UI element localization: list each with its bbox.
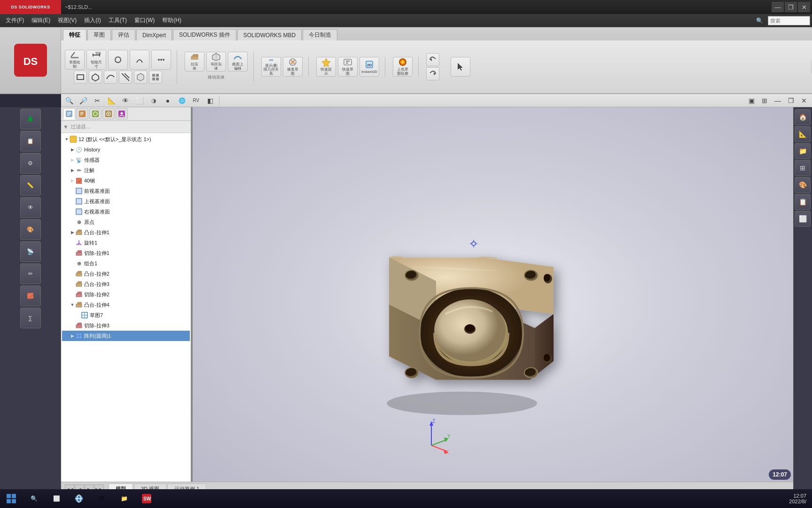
tab-evaluate[interactable]: 评估 — [112, 29, 135, 40]
rp-icon-model-view[interactable]: 📐 — [795, 126, 811, 142]
btn-section-view[interactable]: ✂ — [91, 95, 103, 106]
btn-view-cube[interactable]: ⬜ — [133, 95, 146, 106]
lp-icon-display-states[interactable]: 👁 — [20, 197, 41, 218]
tree-item-array1[interactable]: ▶ 阵列(圆周)1 — [62, 331, 190, 341]
viewport-3d[interactable]: Z X Y — [192, 107, 793, 494]
annotation-expand-arrow[interactable]: ▶ — [70, 167, 75, 173]
btn-display-relations[interactable]: 显示/删除几何关系 — [261, 57, 281, 77]
taskbar-ie[interactable] — [68, 489, 90, 508]
btn-select[interactable] — [451, 57, 470, 77]
lp-icon-property[interactable]: 📋 — [20, 131, 41, 151]
taskbar-folder[interactable]: 📁 — [113, 489, 135, 508]
btn-viewport-close[interactable]: ✕ — [798, 95, 810, 106]
btn-undo[interactable] — [426, 53, 439, 66]
btn-polygon[interactable] — [89, 71, 102, 84]
btn-zoom-area[interactable]: 🔎 — [77, 95, 89, 106]
btn-rectangle[interactable] — [74, 71, 87, 84]
btn-instant2d[interactable]: 2D Instant2D — [359, 57, 379, 77]
btn-extrude-boss[interactable]: 拉实体 — [185, 52, 204, 71]
tree-item-history[interactable]: ▶ 🕐 History — [62, 144, 190, 155]
rp-icon-notes[interactable]: 📋 — [795, 194, 811, 210]
btn-display-pane[interactable]: ◧ — [204, 95, 216, 106]
btn-color-scheme[interactable]: 上色草图轮廓 — [393, 57, 413, 77]
btn-view-orient[interactable]: 👁 — [119, 95, 132, 106]
btn-circle[interactable] — [108, 50, 128, 70]
menu-view[interactable]: 视图(V) — [54, 14, 80, 27]
tree-item-boss3[interactable]: ▶ 凸台-拉伸3 — [62, 279, 190, 289]
tab-sw-addins[interactable]: SOLIDWORKS 插件 — [173, 29, 236, 40]
menu-file[interactable]: 文件(F) — [2, 14, 28, 27]
btn-iso-view[interactable]: 等距实体 — [206, 52, 226, 71]
lp-icon-dim[interactable]: 📏 — [20, 175, 41, 196]
btn-sketch-more[interactable] — [149, 71, 162, 84]
btn-hex[interactable] — [134, 71, 147, 84]
btn-sketch-draw[interactable]: 草图绘制 — [65, 50, 85, 70]
lp-icon-model-tree[interactable]: 🌲 — [20, 109, 41, 129]
lp-icon-materials[interactable]: 🧱 — [20, 286, 41, 306]
rp-icon-home[interactable]: 🏠 — [795, 109, 811, 125]
history-expand-arrow[interactable]: ▶ — [70, 147, 75, 152]
rp-icon-display[interactable]: ⬜ — [795, 211, 811, 227]
tab-sketch[interactable]: 草图 — [87, 29, 111, 40]
restore-button[interactable]: ❐ — [785, 2, 797, 12]
btn-repair[interactable]: 修复草图 — [283, 57, 303, 77]
lp-icon-annotations[interactable]: ✏ — [20, 263, 41, 284]
tab-sw-mbd[interactable]: SOLIDWORKS MBD — [237, 29, 302, 40]
btn-fast-access[interactable]: 快速提示 — [316, 57, 336, 77]
boss4-expand-arrow[interactable]: ▼ — [70, 302, 75, 308]
btn-view-hidden[interactable]: ◑ — [148, 95, 160, 106]
btn-trim[interactable] — [119, 71, 132, 84]
tree-item-annotation[interactable]: ▶ ✏ 注解 — [62, 165, 190, 175]
tree-item-boss2[interactable]: ▶ 凸台-拉伸2 — [62, 269, 190, 279]
taskbar-antivirus[interactable]: 🛡 — [90, 489, 113, 508]
btn-viewport-maximize[interactable]: ❐ — [785, 95, 797, 106]
minimize-button[interactable]: — — [772, 2, 784, 12]
lp-icon-sensors[interactable]: 📡 — [20, 241, 41, 262]
btn-realview[interactable]: RV — [190, 95, 202, 106]
btn-smart-dim[interactable]: 智能 智能尺寸 — [86, 50, 106, 70]
tree-item-front-plane[interactable]: ▶ 前视基准面 — [62, 186, 190, 196]
panel-splitter[interactable] — [191, 107, 193, 482]
taskbar-taskview[interactable]: ⬜ — [45, 489, 68, 508]
btn-scene[interactable]: 🌐 — [176, 95, 188, 106]
rp-icon-file[interactable]: 📁 — [795, 143, 811, 159]
btn-render-mode[interactable]: ● — [162, 95, 174, 106]
tree-item-revolve1[interactable]: ▶ 旋转1 — [62, 238, 190, 248]
tree-item-origin[interactable]: ▶ ⊕ 原点 — [62, 217, 190, 227]
tree-item-boss1[interactable]: ▶ 凸台-拉伸1 — [62, 227, 190, 238]
tree-item-sketch7[interactable]: ▶ 草图7 — [62, 310, 190, 320]
taskbar-solidworks[interactable]: SW — [135, 489, 158, 508]
fp-tab-property[interactable]: P — [76, 108, 88, 119]
tree-item-material[interactable]: ▶ 🧱 40钢 — [62, 175, 190, 186]
btn-redo[interactable] — [426, 67, 439, 80]
btn-viewport-minimize[interactable]: — — [772, 95, 784, 106]
fp-tab-feature-tree[interactable] — [63, 108, 75, 119]
tree-item-cut3[interactable]: ▶ 切除-拉伸3 — [62, 320, 190, 331]
tab-today[interactable]: 今日制造 — [303, 29, 337, 40]
tree-item-top-plane[interactable]: ▶ 上视基准面 — [62, 196, 190, 206]
btn-surface-offset[interactable]: 曲面上偏移 — [228, 52, 248, 71]
tree-item-cut2[interactable]: ▶ 切除-拉伸2 — [62, 289, 190, 300]
tree-root[interactable]: ▼ 12 (默认 <<默认>_显示状态 1>) — [62, 134, 190, 144]
tree-item-sensor[interactable]: ▶ 📡 传感器 — [62, 155, 190, 165]
btn-zoom-to-fit[interactable]: 🔍 — [63, 95, 75, 106]
lp-icon-config[interactable]: ⚙ — [20, 153, 41, 174]
btn-viewport-split[interactable]: ⊞ — [758, 95, 771, 106]
rp-icon-color[interactable]: 🎨 — [795, 177, 811, 193]
lp-icon-appearances[interactable]: 🎨 — [20, 219, 41, 240]
lp-icon-equations[interactable]: ∑ — [20, 308, 41, 328]
tree-item-combine1[interactable]: ▶ ⊕ 组合1 — [62, 258, 190, 269]
btn-more-sketch[interactable] — [151, 50, 171, 70]
menu-help[interactable]: 帮助(H) — [158, 14, 185, 27]
taskbar-start[interactable] — [0, 489, 23, 508]
tab-features[interactable]: 特征 — [63, 29, 86, 40]
material-expand-arrow[interactable]: ▶ — [70, 178, 75, 183]
boss1-expand-arrow[interactable]: ▶ — [70, 230, 75, 235]
menu-window[interactable]: 窗口(W) — [131, 14, 158, 27]
tab-dimxpert[interactable]: DimXpert — [136, 29, 172, 40]
sensor-expand-arrow[interactable]: ▶ — [70, 157, 75, 163]
close-button[interactable]: ✕ — [798, 2, 810, 12]
tree-item-boss4[interactable]: ▼ 凸台-拉伸4 — [62, 300, 190, 310]
fp-tab-target[interactable] — [102, 108, 115, 119]
tree-item-right-plane[interactable]: ▶ 右视基准面 — [62, 206, 190, 217]
